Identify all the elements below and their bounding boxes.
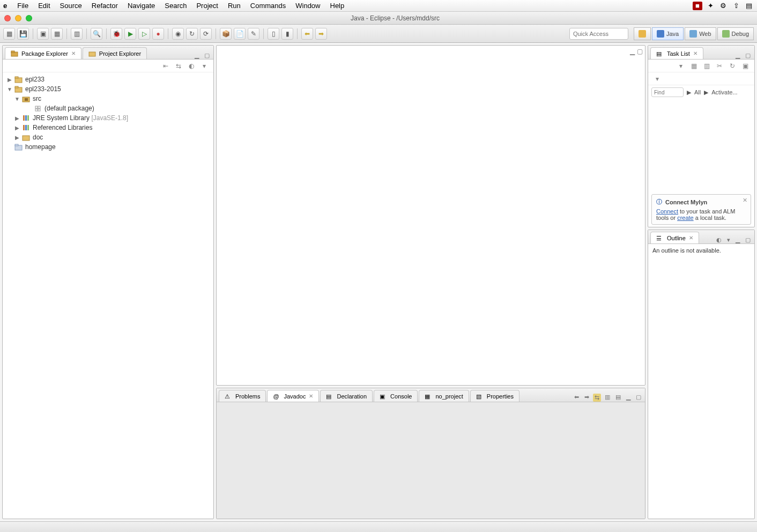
back-button[interactable]: ⬅ bbox=[301, 28, 313, 40]
project-node[interactable]: homepage bbox=[3, 142, 213, 152]
menu-navigate[interactable]: Navigate bbox=[128, 2, 155, 10]
sync-icon[interactable]: ↻ bbox=[728, 61, 737, 71]
nav-back-icon[interactable]: ⬅ bbox=[573, 394, 581, 402]
minimize-view-icon[interactable]: ▁ bbox=[625, 394, 632, 402]
status-icon-2[interactable]: ✦ bbox=[706, 2, 715, 10]
maximize-editor-icon[interactable]: ▢ bbox=[637, 48, 643, 55]
schedule-icon[interactable]: ▥ bbox=[702, 61, 711, 71]
open-perspective-button[interactable] bbox=[634, 27, 651, 40]
menu-edit[interactable]: Edit bbox=[38, 2, 50, 10]
maximize-view-icon[interactable]: ▢ bbox=[744, 52, 752, 59]
new-package-button[interactable]: 📦 bbox=[220, 28, 232, 40]
link-icon[interactable]: ⇆ bbox=[593, 394, 601, 402]
maximize-view-icon[interactable]: ▢ bbox=[744, 237, 752, 243]
toolbar-btn-16[interactable]: ▯ bbox=[268, 28, 279, 40]
run-button[interactable]: ▶ bbox=[124, 28, 136, 40]
run-last-button[interactable]: ▷ bbox=[138, 28, 150, 40]
filter-activate[interactable]: Activate... bbox=[711, 89, 737, 95]
toolbar-btn-12[interactable]: ⟳ bbox=[200, 28, 212, 40]
folder-node[interactable]: ▶ doc bbox=[3, 132, 213, 142]
collapse-icon[interactable]: ▣ bbox=[740, 61, 750, 71]
toolbar-btn-17[interactable]: ▮ bbox=[281, 28, 293, 40]
minimize-window-button[interactable] bbox=[15, 15, 21, 21]
minimize-view-icon[interactable]: ▁ bbox=[734, 52, 741, 59]
collapse-icon[interactable]: ▼ bbox=[14, 96, 20, 102]
tab-task-list[interactable]: ▤ Task List ✕ bbox=[650, 47, 703, 59]
editor-area[interactable]: ▁ ▢ bbox=[216, 45, 645, 386]
close-icon[interactable]: ✕ bbox=[743, 197, 747, 204]
menu-run[interactable]: Run bbox=[228, 2, 241, 10]
status-icon-1[interactable]: ■ bbox=[693, 2, 702, 10]
toolbar-btn-4[interactable]: ▦ bbox=[51, 28, 63, 40]
filter-all[interactable]: All bbox=[694, 89, 701, 95]
menu-search[interactable]: Search bbox=[165, 2, 187, 10]
view-menu-icon[interactable]: ▾ bbox=[199, 61, 209, 71]
close-icon[interactable]: ✕ bbox=[309, 393, 313, 399]
perspective-debug[interactable]: Debug bbox=[717, 27, 754, 40]
link-editor-icon[interactable]: ⇆ bbox=[174, 61, 183, 71]
tab-declaration[interactable]: ▤Declaration bbox=[320, 390, 373, 402]
expand-icon[interactable]: ▶ bbox=[14, 125, 20, 131]
toolbar-icon[interactable]: ▥ bbox=[603, 394, 612, 402]
menu-project[interactable]: Project bbox=[196, 2, 218, 10]
search-button[interactable]: 🔍 bbox=[91, 28, 102, 40]
create-link[interactable]: create bbox=[677, 215, 694, 221]
menu-help[interactable]: Help bbox=[330, 2, 345, 10]
debug-button[interactable]: 🐞 bbox=[110, 28, 122, 40]
collapse-all-icon[interactable]: ⇤ bbox=[161, 61, 170, 71]
tab-outline[interactable]: ☰ Outline ✕ bbox=[650, 232, 699, 243]
coverage-button[interactable]: ● bbox=[152, 28, 164, 40]
quick-access-input[interactable] bbox=[569, 28, 628, 40]
save-button[interactable]: 💾 bbox=[17, 28, 29, 40]
tab-project-explorer[interactable]: Project Explorer bbox=[83, 47, 147, 59]
perspective-web[interactable]: Web bbox=[685, 27, 716, 40]
task-find-input[interactable] bbox=[651, 87, 684, 97]
forward-button[interactable]: ➡ bbox=[315, 28, 327, 40]
status-icon-4[interactable]: ⇧ bbox=[731, 2, 741, 10]
close-icon[interactable]: ✕ bbox=[71, 50, 76, 56]
maximize-view-icon[interactable]: ▢ bbox=[203, 52, 211, 59]
status-icon-3[interactable]: ⚙ bbox=[718, 2, 728, 10]
expand-icon[interactable]: ▶ bbox=[14, 135, 20, 141]
menu-source[interactable]: Source bbox=[60, 2, 82, 10]
new-button[interactable]: ▦ bbox=[3, 28, 15, 40]
task-list-body[interactable] bbox=[648, 99, 754, 192]
maximize-view-icon[interactable]: ▢ bbox=[634, 394, 643, 402]
tab-package-explorer[interactable]: Package Explorer ✕ bbox=[5, 47, 81, 59]
tab-console[interactable]: ▣Console bbox=[374, 390, 418, 402]
expand-icon[interactable]: ▶ bbox=[14, 115, 20, 121]
nav-fwd-icon[interactable]: ➡ bbox=[583, 394, 591, 402]
tab-javadoc[interactable]: @Javadoc✕ bbox=[267, 390, 319, 402]
expand-icon[interactable]: ▶ bbox=[7, 77, 12, 83]
package-node[interactable]: (default package) bbox=[3, 104, 213, 113]
connect-link[interactable]: Connect bbox=[656, 208, 678, 215]
new-task-icon[interactable]: ▾ bbox=[676, 61, 686, 71]
tab-problems[interactable]: ⚠Problems bbox=[219, 390, 266, 402]
project-node[interactable]: ▼ epl233-2015 bbox=[3, 84, 213, 94]
toolbar-btn-3[interactable]: ▣ bbox=[37, 28, 49, 40]
source-folder-node[interactable]: ▼ src bbox=[3, 94, 213, 104]
menu-commands[interactable]: Commands bbox=[250, 2, 286, 10]
focus-task-icon[interactable]: ◐ bbox=[187, 61, 196, 71]
perspective-java[interactable]: Java bbox=[652, 27, 684, 40]
tab-no-project[interactable]: ▦no_project bbox=[419, 390, 469, 402]
package-explorer-tree[interactable]: ▶ epl233 ▼ epl233-2015 ▼ src (default pa… bbox=[3, 72, 213, 519]
close-window-button[interactable] bbox=[4, 15, 11, 21]
collapse-icon[interactable]: ▼ bbox=[7, 86, 12, 92]
menu-window[interactable]: Window bbox=[295, 2, 320, 10]
toolbar-btn-5[interactable]: ▥ bbox=[71, 28, 83, 40]
focus-icon[interactable]: ✂ bbox=[715, 61, 724, 71]
menu-file[interactable]: File bbox=[17, 2, 28, 10]
chevron-down-icon[interactable]: ▾ bbox=[652, 74, 662, 84]
close-icon[interactable]: ✕ bbox=[693, 50, 697, 56]
focus-outline-icon[interactable]: ◐ bbox=[715, 237, 723, 243]
toolbar-btn-10[interactable]: ◉ bbox=[172, 28, 184, 40]
play-icon[interactable]: ▶ bbox=[704, 89, 708, 96]
menu-refactor[interactable]: Refactor bbox=[92, 2, 118, 10]
view-menu-icon[interactable]: ▾ bbox=[725, 237, 732, 243]
toolbar-btn-15[interactable]: ✎ bbox=[248, 28, 259, 40]
new-class-button[interactable]: 📄 bbox=[234, 28, 246, 40]
play-icon[interactable]: ▶ bbox=[687, 89, 691, 96]
minimize-editor-icon[interactable]: ▁ bbox=[630, 48, 635, 55]
status-icon-5[interactable]: ▤ bbox=[744, 2, 754, 10]
